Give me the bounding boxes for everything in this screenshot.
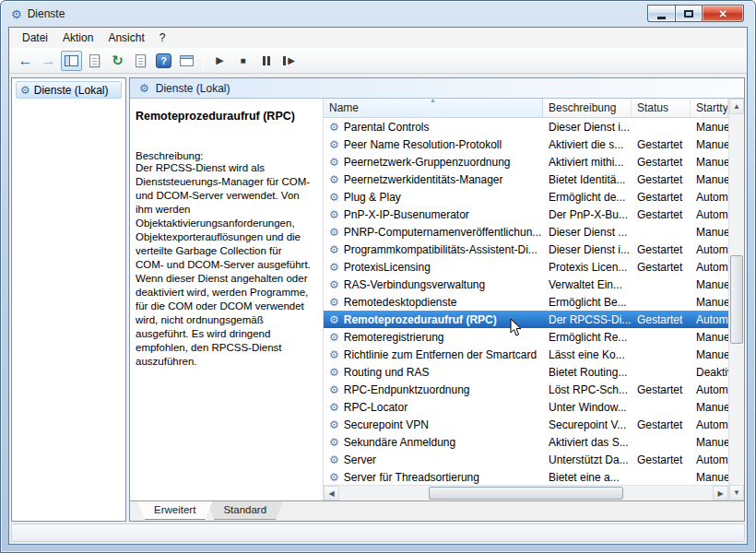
service-row[interactable]: ⚙Remoteprozeduraufruf (RPC)Der RPCSS-Di.… [324, 311, 728, 328]
help-icon: ? [156, 53, 171, 68]
service-gear-icon: ⚙ [329, 348, 339, 361]
scroll-left-icon: ◀ [328, 489, 334, 498]
tree-item-label: Dienste (Lokal) [34, 84, 109, 97]
description-panel: Remoteprozeduraufruf (RPC) Beschreibung:… [130, 99, 324, 500]
window-title: Dienste [28, 7, 65, 20]
view-menu-button[interactable] [176, 51, 197, 71]
forward-button[interactable]: → [38, 51, 59, 71]
service-row[interactable]: ⚙Server für ThreadsortierungBietet eine … [324, 468, 728, 485]
service-row[interactable]: ⚙Routing und RASBietet Routing...Deaktiv [324, 363, 728, 381]
content-pane: ⚙ Dienste (Lokal) Remoteprozeduraufruf (… [129, 77, 745, 522]
service-row[interactable]: ⚙Richtlinie zum Entfernen der SmartcardL… [324, 346, 728, 363]
service-row[interactable]: ⚙Programmkompatibilitäts-Assistent-Di...… [324, 241, 728, 258]
service-row[interactable]: ⚙Securepoint VPNSecurepoint V...Gestarte… [324, 416, 728, 433]
column-header-name[interactable]: ▲Name [324, 99, 543, 117]
service-row[interactable]: ⚙PnP-X-IP-BusenumeratorDer PnP-X-Bu...Ge… [324, 206, 728, 223]
selected-service-title: Remoteprozeduraufruf (RPC) [136, 110, 315, 123]
column-header-starttyp[interactable]: Starttyp [691, 99, 728, 117]
service-gear-icon: ⚙ [329, 313, 339, 326]
horizontal-scroll-thumb[interactable] [429, 487, 623, 500]
column-header-status[interactable]: Status [632, 99, 691, 117]
toolbar: ← → ↻ ? ▶ ■ ▶ [9, 48, 747, 74]
vertical-scrollbar[interactable]: ▲ ▼ [728, 99, 744, 500]
service-row[interactable]: ⚙Peer Name Resolution-ProtokollAktiviert… [324, 135, 728, 153]
service-row[interactable]: ⚙ServerUnterstützt Da...GestartetAutom..… [324, 451, 728, 468]
back-icon: ← [18, 53, 33, 69]
service-gear-icon: ⚙ [329, 296, 339, 309]
client-area: DateiAktionAnsicht? ← → ↻ ? ▶ ■ ▶ ⚙ Dien… [8, 27, 748, 545]
export-list-button[interactable] [84, 51, 105, 71]
stop-icon: ■ [240, 55, 245, 65]
service-gear-icon: ⚙ [329, 243, 339, 256]
titlebar[interactable]: ⚙ Dienste × [1, 1, 755, 27]
minimize-button[interactable] [647, 5, 675, 22]
service-row[interactable]: ⚙Sekundäre AnmeldungAktiviert das S...Ma… [324, 433, 728, 451]
tab-erweitert[interactable]: Erweitert [137, 501, 212, 520]
menu-item-hilfe[interactable]: ? [152, 29, 173, 47]
console-tree-icon [65, 55, 78, 66]
restart-service-button[interactable]: ▶ [278, 51, 300, 71]
list-view-icon [180, 55, 194, 66]
service-row[interactable]: ⚙RPC-LocatorUnter Window...Manuel [324, 398, 728, 416]
service-gear-icon: ⚙ [329, 226, 339, 239]
service-gear-icon: ⚙ [329, 173, 339, 186]
service-row[interactable]: ⚙Plug & PlayErmöglicht de...GestartetAut… [324, 188, 728, 206]
close-button[interactable]: × [702, 5, 744, 22]
show-console-tree-button[interactable] [61, 51, 82, 71]
menu-item-datei[interactable]: Datei [15, 29, 55, 47]
service-row[interactable]: ⚙Peernetzwerk-GruppenzuordnungAktiviert … [324, 153, 728, 171]
scroll-right-icon: ▶ [717, 489, 723, 498]
scroll-down-icon: ▼ [733, 488, 740, 497]
column-header-beschreibung[interactable]: Beschreibung [543, 99, 632, 117]
scroll-down-button[interactable]: ▼ [729, 485, 744, 500]
stop-service-button[interactable]: ■ [232, 51, 254, 71]
help-button[interactable]: ? [153, 51, 174, 71]
scroll-left-button[interactable]: ◀ [324, 486, 339, 500]
scroll-up-icon: ▲ [733, 102, 740, 111]
scroll-up-button[interactable]: ▲ [729, 99, 744, 114]
back-button[interactable]: ← [15, 51, 36, 71]
minimize-icon [657, 17, 666, 19]
horizontal-scrollbar[interactable]: ◀ ▶ [324, 485, 728, 500]
service-row[interactable]: ⚙RemotedesktopdiensteErmöglicht Be...Man… [324, 293, 728, 311]
service-row[interactable]: ⚙Parental ControlsDieser Dienst i...Manu… [324, 118, 728, 135]
start-service-button[interactable]: ▶ [209, 51, 230, 71]
sort-ascending-icon: ▲ [430, 99, 436, 103]
service-row[interactable]: ⚙RAS-VerbindungsverwaltungVerwaltet Ein.… [324, 276, 728, 293]
forward-icon: → [41, 53, 56, 69]
scroll-right-button[interactable]: ▶ [713, 486, 728, 500]
export-button[interactable] [130, 51, 151, 71]
refresh-button[interactable]: ↻ [107, 51, 128, 71]
content-body: Remoteprozeduraufruf (RPC) Beschreibung:… [130, 99, 744, 500]
service-gear-icon: ⚙ [329, 366, 339, 379]
maximize-icon [684, 10, 693, 18]
export-document-icon [136, 54, 146, 67]
tree-item-dienste-lokal[interactable]: ⚙ Dienste (Lokal) [16, 81, 122, 99]
menu-item-ansicht[interactable]: Ansicht [100, 29, 151, 47]
service-row[interactable]: ⚙ProtexisLicensingProtexis Licen...Gesta… [324, 258, 728, 276]
service-row[interactable]: ⚙RemoteregistrierungErmöglicht Re...Manu… [324, 328, 728, 346]
menu-item-aktion[interactable]: Aktion [55, 29, 100, 47]
services-icon: ⚙ [139, 82, 149, 95]
maximize-button[interactable] [675, 5, 702, 22]
document-icon [89, 54, 100, 67]
service-row[interactable]: ⚙Peernetzwerkidentitäts-ManagerBietet Id… [324, 171, 728, 188]
service-row[interactable]: ⚙PNRP-Computernamenveröffentlichun...Die… [324, 223, 728, 241]
refresh-icon: ↻ [112, 53, 124, 69]
services-icon: ⚙ [20, 84, 30, 97]
service-gear-icon: ⚙ [329, 208, 339, 221]
service-row[interactable]: ⚙RPC-EndpunktzuordnungLöst RPC-Sch...Ges… [324, 381, 728, 398]
pause-service-button[interactable] [255, 51, 277, 71]
vertical-scroll-track[interactable] [729, 114, 744, 485]
vertical-scroll-thumb[interactable] [730, 255, 743, 344]
service-gear-icon: ⚙ [329, 401, 339, 414]
statusbar [11, 524, 745, 542]
app-window: ⚙ Dienste × DateiAktionAnsicht? ← → ↻ ? … [0, 0, 756, 553]
tab-standard[interactable]: Standard [207, 501, 283, 520]
horizontal-scroll-track[interactable] [339, 486, 713, 500]
caption-buttons: × [647, 5, 744, 22]
tab-strip: ErweitertStandard [130, 500, 744, 521]
console-tree-panel: ⚙ Dienste (Lokal) [11, 77, 126, 522]
service-gear-icon: ⚙ [329, 418, 339, 431]
table-rows: ⚙Parental ControlsDieser Dienst i...Manu… [324, 118, 728, 485]
